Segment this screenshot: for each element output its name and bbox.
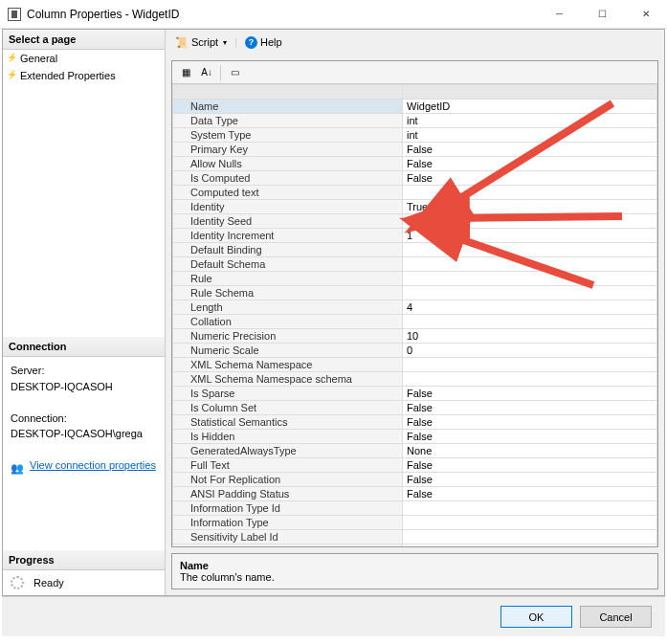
property-value[interactable]: False <box>403 157 657 171</box>
connection-label: Connection: <box>11 411 157 427</box>
property-row[interactable]: Full TextFalse <box>173 458 657 473</box>
property-label: Identity Increment <box>173 229 403 243</box>
property-row[interactable]: Sensitivity Label <box>173 544 657 547</box>
minimize-button[interactable]: ─ <box>538 0 581 29</box>
property-row[interactable]: Rule <box>173 272 657 286</box>
alphabetical-button[interactable]: A↓ <box>197 64 216 81</box>
property-label: Is Hidden <box>173 430 403 444</box>
property-value[interactable]: 1 <box>403 214 657 229</box>
property-row[interactable]: GeneratedAlwaysTypeNone <box>173 444 657 458</box>
property-value[interactable]: 0 <box>403 344 657 358</box>
property-value[interactable] <box>403 186 657 200</box>
property-row[interactable]: Sensitivity Label Id <box>173 530 657 544</box>
property-row[interactable]: Default Schema <box>173 257 657 272</box>
property-value[interactable] <box>403 272 657 286</box>
property-row[interactable]: Data Typeint <box>173 114 657 128</box>
property-row[interactable]: Numeric Precision10 <box>173 329 657 344</box>
property-value[interactable] <box>403 530 657 544</box>
property-row[interactable]: ANSI Padding StatusFalse <box>173 487 657 501</box>
property-label: Data Type <box>173 114 403 128</box>
property-row[interactable]: IdentityTrue <box>173 200 657 214</box>
property-label: XML Schema Namespace <box>173 358 403 372</box>
property-label: Is Computed <box>173 171 403 186</box>
titlebar: Column Properties - WidgetID ─ ☐ ✕ <box>0 0 667 29</box>
property-row[interactable]: Rule Schema <box>173 286 657 300</box>
property-value[interactable]: False <box>403 415 657 430</box>
property-value[interactable] <box>403 257 657 272</box>
expand-button[interactable]: ▭ <box>225 64 244 81</box>
property-value[interactable] <box>403 243 657 257</box>
property-row[interactable]: NameWidgetID <box>173 100 657 114</box>
maximize-button[interactable]: ☐ <box>581 0 624 29</box>
property-row[interactable]: Information Type Id <box>173 501 657 516</box>
progress-header: Progress <box>3 550 165 570</box>
script-button[interactable]: 📜Script <box>171 34 231 51</box>
property-row[interactable]: Default Binding <box>173 243 657 257</box>
property-label: Identity <box>173 200 403 214</box>
property-row[interactable]: XML Schema Namespace <box>173 358 657 372</box>
property-row[interactable]: Primary KeyFalse <box>173 143 657 157</box>
property-row[interactable]: Information Type <box>173 516 657 530</box>
nav-general[interactable]: General <box>3 50 165 67</box>
property-value[interactable]: False <box>403 430 657 444</box>
property-row[interactable]: Length4 <box>173 300 657 315</box>
property-row[interactable]: Identity Increment1 <box>173 229 657 243</box>
property-value[interactable]: None <box>403 444 657 458</box>
property-value[interactable]: False <box>403 401 657 415</box>
property-label: Statistical Semantics <box>173 415 403 430</box>
property-label: Sensitivity Label <box>173 544 403 547</box>
property-row[interactable]: Is HiddenFalse <box>173 430 657 444</box>
property-value[interactable] <box>403 544 657 547</box>
property-value[interactable] <box>403 358 657 372</box>
left-panel: Select a page General Extended Propertie… <box>3 30 166 595</box>
property-value[interactable] <box>403 516 657 530</box>
property-label: Sensitivity Label Id <box>173 530 403 544</box>
property-value[interactable]: False <box>403 143 657 157</box>
property-value[interactable] <box>403 315 657 329</box>
property-value[interactable]: WidgetID <box>403 100 657 114</box>
property-value[interactable]: False <box>403 387 657 401</box>
property-row[interactable]: Computed text <box>173 186 657 200</box>
progress-spinner-icon <box>11 576 24 589</box>
property-row[interactable]: Numeric Scale0 <box>173 344 657 358</box>
ok-button[interactable]: OK <box>500 606 572 628</box>
property-value[interactable]: False <box>403 473 657 487</box>
property-row[interactable]: Identity Seed1 <box>173 214 657 229</box>
view-connection-properties-link[interactable]: View connection properties <box>30 459 156 471</box>
property-value[interactable]: False <box>403 458 657 473</box>
property-row[interactable]: XML Schema Namespace schema <box>173 372 657 387</box>
window-title: Column Properties - WidgetID <box>27 8 179 21</box>
property-row[interactable]: Allow NullsFalse <box>173 157 657 171</box>
property-value[interactable]: 1 <box>403 229 657 243</box>
property-value[interactable]: True <box>403 200 657 214</box>
property-row[interactable]: Is Column SetFalse <box>173 401 657 415</box>
property-value[interactable]: 10 <box>403 329 657 344</box>
property-value[interactable]: int <box>403 128 657 143</box>
cancel-button[interactable]: Cancel <box>580 606 652 628</box>
app-icon <box>8 8 21 21</box>
property-row[interactable]: Not For ReplicationFalse <box>173 473 657 487</box>
property-value[interactable]: False <box>403 487 657 501</box>
property-value[interactable] <box>403 286 657 300</box>
property-value[interactable]: int <box>403 114 657 128</box>
property-value[interactable]: False <box>403 171 657 186</box>
nav-extended-properties[interactable]: Extended Properties <box>3 67 165 84</box>
property-value[interactable]: 4 <box>403 300 657 315</box>
help-button[interactable]: ?Help <box>241 34 286 51</box>
property-grid[interactable]: NameWidgetIDData TypeintSystem TypeintPr… <box>172 84 657 546</box>
progress-text: Ready <box>33 577 64 588</box>
property-row[interactable]: Statistical SemanticsFalse <box>173 415 657 430</box>
close-button[interactable]: ✕ <box>624 0 667 29</box>
dialog-footer: OK Cancel <box>2 596 665 636</box>
description-text: The column's name. <box>180 571 650 583</box>
property-label: Collation <box>173 315 403 329</box>
property-label: Information Type <box>173 516 403 530</box>
property-row[interactable]: Collation <box>173 315 657 329</box>
property-label: System Type <box>173 128 403 143</box>
property-row[interactable]: System Typeint <box>173 128 657 143</box>
property-value[interactable] <box>403 501 657 516</box>
property-row[interactable]: Is SparseFalse <box>173 387 657 401</box>
property-value[interactable] <box>403 372 657 387</box>
categorized-button[interactable]: ▦ <box>176 64 195 81</box>
property-row[interactable]: Is ComputedFalse <box>173 171 657 186</box>
